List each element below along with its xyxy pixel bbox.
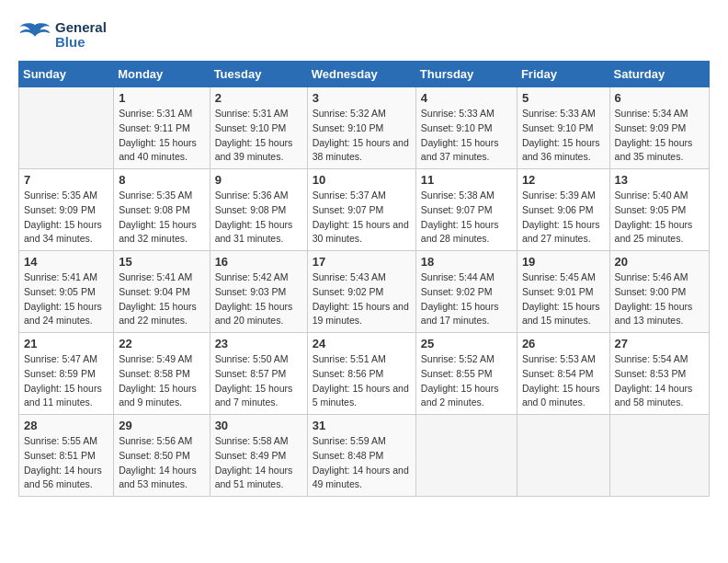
day-info: Sunrise: 5:58 AMSunset: 8:49 PMDaylight:… — [215, 434, 302, 492]
day-number: 5 — [522, 91, 605, 105]
calendar-cell: 16 Sunrise: 5:42 AMSunset: 9:03 PMDaylig… — [210, 251, 307, 333]
calendar-cell: 14 Sunrise: 5:41 AMSunset: 9:05 PMDaylig… — [19, 251, 114, 333]
calendar-cell: 22 Sunrise: 5:49 AMSunset: 8:58 PMDaylig… — [114, 333, 210, 415]
day-number: 18 — [421, 255, 512, 269]
day-number: 28 — [24, 419, 108, 432]
day-number: 12 — [522, 173, 605, 187]
day-info: Sunrise: 5:31 AMSunset: 9:10 PMDaylight:… — [215, 107, 302, 165]
calendar-cell: 30 Sunrise: 5:58 AMSunset: 8:49 PMDaylig… — [210, 415, 307, 497]
day-number: 8 — [119, 173, 204, 187]
calendar-cell — [609, 415, 709, 497]
calendar-cell: 9 Sunrise: 5:36 AMSunset: 9:08 PMDayligh… — [210, 169, 307, 251]
calendar-cell: 19 Sunrise: 5:45 AMSunset: 9:01 PMDaylig… — [517, 251, 609, 333]
day-info: Sunrise: 5:49 AMSunset: 8:58 PMDaylight:… — [119, 352, 204, 410]
day-info: Sunrise: 5:42 AMSunset: 9:03 PMDaylight:… — [215, 270, 302, 328]
day-info: Sunrise: 5:51 AMSunset: 8:56 PMDaylight:… — [313, 352, 411, 410]
logo-line1: General — [55, 20, 107, 36]
calendar-cell: 7 Sunrise: 5:35 AMSunset: 9:09 PMDayligh… — [19, 169, 114, 251]
day-info: Sunrise: 5:31 AMSunset: 9:11 PMDaylight:… — [119, 107, 204, 165]
calendar-cell: 10 Sunrise: 5:37 AMSunset: 9:07 PMDaylig… — [307, 169, 415, 251]
calendar-cell: 5 Sunrise: 5:33 AMSunset: 9:10 PMDayligh… — [517, 87, 609, 169]
day-info: Sunrise: 5:54 AMSunset: 8:53 PMDaylight:… — [615, 352, 704, 410]
day-number: 2 — [215, 91, 302, 105]
calendar-cell: 1 Sunrise: 5:31 AMSunset: 9:11 PMDayligh… — [114, 87, 210, 169]
day-number: 25 — [421, 337, 512, 350]
day-info: Sunrise: 5:41 AMSunset: 9:04 PMDaylight:… — [119, 270, 204, 328]
day-info: Sunrise: 5:43 AMSunset: 9:02 PMDaylight:… — [313, 270, 411, 328]
calendar-cell: 26 Sunrise: 5:53 AMSunset: 8:54 PMDaylig… — [517, 333, 609, 415]
day-number: 23 — [215, 337, 302, 350]
week-row: 7 Sunrise: 5:35 AMSunset: 9:09 PMDayligh… — [19, 169, 710, 251]
day-info: Sunrise: 5:50 AMSunset: 8:57 PMDaylight:… — [215, 352, 302, 410]
day-number: 29 — [119, 419, 204, 432]
weekday-header: Wednesday — [307, 62, 415, 87]
day-info: Sunrise: 5:55 AMSunset: 8:51 PMDaylight:… — [24, 434, 108, 492]
week-row: 14 Sunrise: 5:41 AMSunset: 9:05 PMDaylig… — [19, 251, 710, 333]
day-info: Sunrise: 5:33 AMSunset: 9:10 PMDaylight:… — [421, 107, 512, 165]
calendar-cell: 12 Sunrise: 5:39 AMSunset: 9:06 PMDaylig… — [517, 169, 609, 251]
day-info: Sunrise: 5:46 AMSunset: 9:00 PMDaylight:… — [615, 270, 704, 328]
calendar-cell: 13 Sunrise: 5:40 AMSunset: 9:05 PMDaylig… — [609, 169, 709, 251]
calendar-cell — [19, 87, 114, 169]
day-number: 21 — [24, 337, 108, 350]
day-info: Sunrise: 5:53 AMSunset: 8:54 PMDaylight:… — [522, 352, 605, 410]
day-number: 16 — [215, 255, 302, 269]
day-number: 27 — [615, 337, 704, 350]
day-info: Sunrise: 5:45 AMSunset: 9:01 PMDaylight:… — [522, 270, 605, 328]
day-number: 9 — [215, 173, 302, 187]
day-info: Sunrise: 5:47 AMSunset: 8:59 PMDaylight:… — [24, 352, 108, 410]
day-info: Sunrise: 5:41 AMSunset: 9:05 PMDaylight:… — [24, 270, 108, 328]
day-info: Sunrise: 5:35 AMSunset: 9:09 PMDaylight:… — [24, 189, 108, 247]
day-info: Sunrise: 5:32 AMSunset: 9:10 PMDaylight:… — [313, 107, 411, 165]
header-row: SundayMondayTuesdayWednesdayThursdayFrid… — [19, 62, 710, 87]
day-number: 3 — [313, 91, 411, 105]
day-info: Sunrise: 5:35 AMSunset: 9:08 PMDaylight:… — [119, 189, 204, 247]
calendar-cell: 8 Sunrise: 5:35 AMSunset: 9:08 PMDayligh… — [114, 169, 210, 251]
calendar-cell: 4 Sunrise: 5:33 AMSunset: 9:10 PMDayligh… — [415, 87, 517, 169]
day-number: 19 — [522, 255, 605, 269]
calendar-cell: 29 Sunrise: 5:56 AMSunset: 8:50 PMDaylig… — [114, 415, 210, 497]
calendar-cell — [415, 415, 517, 497]
day-number: 6 — [615, 91, 704, 105]
logo: General Blue — [18, 18, 107, 52]
calendar-cell: 21 Sunrise: 5:47 AMSunset: 8:59 PMDaylig… — [19, 333, 114, 415]
calendar-cell: 11 Sunrise: 5:38 AMSunset: 9:07 PMDaylig… — [415, 169, 517, 251]
weekday-header: Sunday — [19, 62, 114, 87]
day-number: 22 — [119, 337, 204, 350]
page-header: General Blue — [18, 18, 710, 52]
calendar-cell: 25 Sunrise: 5:52 AMSunset: 8:55 PMDaylig… — [415, 333, 517, 415]
weekday-header: Friday — [517, 62, 609, 87]
day-number: 4 — [421, 91, 512, 105]
day-info: Sunrise: 5:40 AMSunset: 9:05 PMDaylight:… — [615, 189, 704, 247]
day-number: 1 — [119, 91, 204, 105]
day-number: 30 — [215, 419, 302, 432]
calendar-cell: 20 Sunrise: 5:46 AMSunset: 9:00 PMDaylig… — [609, 251, 709, 333]
calendar-cell: 6 Sunrise: 5:34 AMSunset: 9:09 PMDayligh… — [609, 87, 709, 169]
calendar-cell — [517, 415, 609, 497]
day-info: Sunrise: 5:39 AMSunset: 9:06 PMDaylight:… — [522, 189, 605, 247]
calendar-cell: 23 Sunrise: 5:50 AMSunset: 8:57 PMDaylig… — [210, 333, 307, 415]
day-info: Sunrise: 5:56 AMSunset: 8:50 PMDaylight:… — [119, 434, 204, 492]
weekday-header: Saturday — [609, 62, 709, 87]
week-row: 21 Sunrise: 5:47 AMSunset: 8:59 PMDaylig… — [19, 333, 710, 415]
day-number: 20 — [615, 255, 704, 269]
day-number: 31 — [313, 419, 411, 432]
day-number: 14 — [24, 255, 108, 269]
day-number: 17 — [313, 255, 411, 269]
calendar-cell: 18 Sunrise: 5:44 AMSunset: 9:02 PMDaylig… — [415, 251, 517, 333]
day-info: Sunrise: 5:34 AMSunset: 9:09 PMDaylight:… — [615, 107, 704, 165]
logo-line2: Blue — [55, 35, 107, 51]
calendar-cell: 15 Sunrise: 5:41 AMSunset: 9:04 PMDaylig… — [114, 251, 210, 333]
calendar-cell: 17 Sunrise: 5:43 AMSunset: 9:02 PMDaylig… — [307, 251, 415, 333]
day-info: Sunrise: 5:38 AMSunset: 9:07 PMDaylight:… — [421, 189, 512, 247]
calendar-cell: 2 Sunrise: 5:31 AMSunset: 9:10 PMDayligh… — [210, 87, 307, 169]
calendar-cell: 3 Sunrise: 5:32 AMSunset: 9:10 PMDayligh… — [307, 87, 415, 169]
logo-text-block: General Blue — [55, 20, 107, 51]
day-number: 15 — [119, 255, 204, 269]
day-info: Sunrise: 5:36 AMSunset: 9:08 PMDaylight:… — [215, 189, 302, 247]
weekday-header: Tuesday — [210, 62, 307, 87]
day-info: Sunrise: 5:37 AMSunset: 9:07 PMDaylight:… — [313, 189, 411, 247]
weekday-header: Monday — [114, 62, 210, 87]
calendar-cell: 27 Sunrise: 5:54 AMSunset: 8:53 PMDaylig… — [609, 333, 709, 415]
day-number: 24 — [313, 337, 411, 350]
